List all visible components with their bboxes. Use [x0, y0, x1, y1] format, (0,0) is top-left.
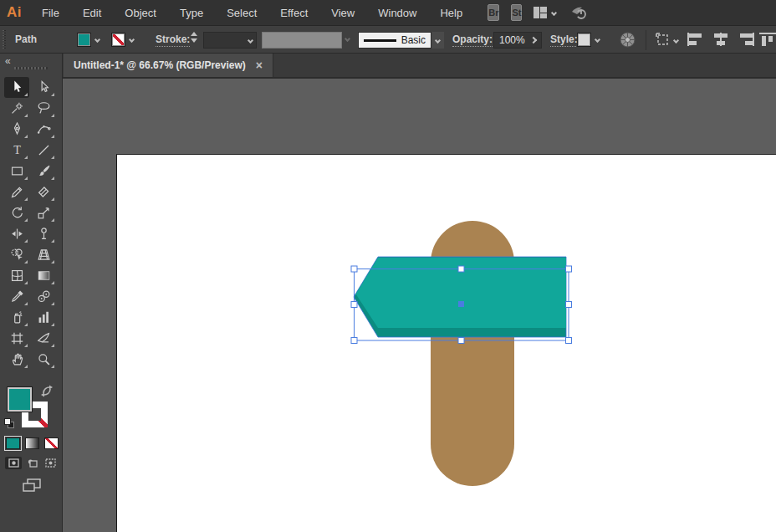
document-tab[interactable]: Untitled-1* @ 66.67% (RGB/Preview) ×: [64, 54, 273, 77]
tool-scale[interactable]: [31, 202, 56, 223]
tool-lasso[interactable]: [31, 98, 56, 119]
draw-inside-icon: [45, 458, 56, 468]
tools-grid: T: [4, 77, 58, 370]
flyout-indicator: [51, 281, 54, 284]
stock-button[interactable]: St: [511, 4, 522, 21]
tool-eraser[interactable]: [31, 182, 56, 202]
tool-paintbrush[interactable]: [31, 161, 56, 182]
tool-curvature[interactable]: [31, 119, 56, 140]
tool-type[interactable]: T: [4, 140, 29, 161]
tool-pen[interactable]: [4, 119, 29, 140]
menu-file[interactable]: File: [30, 0, 71, 25]
artboard[interactable]: [116, 154, 776, 532]
svg-text:T: T: [13, 143, 21, 156]
tool-column-graph[interactable]: [31, 307, 56, 328]
swap-fill-stroke-button[interactable]: [40, 385, 54, 401]
close-tab-icon[interactable]: ×: [256, 59, 263, 71]
curvature-icon: [36, 121, 52, 137]
selection-type-label: Path: [15, 33, 37, 45]
panel-grip[interactable]: [3, 30, 7, 49]
default-fill-stroke-button[interactable]: [4, 418, 15, 429]
menu-effect[interactable]: Effect: [268, 0, 319, 25]
menu-view[interactable]: View: [319, 0, 366, 25]
tool-zoom[interactable]: [31, 349, 56, 370]
tool-shaper-pencil[interactable]: [4, 182, 29, 202]
tool-artboard-tool[interactable]: [4, 328, 29, 349]
opacity-field[interactable]: 100%: [493, 32, 542, 49]
tool-perspective-grid[interactable]: [31, 244, 56, 265]
brush-dropdown-button[interactable]: [431, 32, 444, 49]
brush-name: Basic: [401, 34, 426, 46]
tool-direct-selection[interactable]: [31, 77, 56, 98]
tool-hand[interactable]: [4, 349, 29, 370]
tool-rectangle[interactable]: [4, 161, 29, 182]
bridge-button[interactable]: Br: [488, 4, 499, 21]
align-right-icon: [738, 33, 754, 46]
align-left-button[interactable]: [687, 33, 704, 46]
stroke-color-dropdown[interactable]: [111, 33, 137, 47]
workspace-switcher[interactable]: [534, 7, 556, 18]
stepper-up-icon[interactable]: [191, 32, 197, 36]
align-right-button[interactable]: [738, 33, 754, 46]
change-screen-mode-button[interactable]: [23, 478, 41, 496]
tool-gradient[interactable]: [31, 265, 56, 286]
flyout-indicator: [24, 365, 28, 368]
symbol-sprayer-icon: [9, 309, 25, 325]
zoom-icon: [36, 351, 52, 367]
align-horizontal-center-button[interactable]: [712, 33, 729, 46]
draw-normal-button[interactable]: [5, 457, 22, 469]
tool-eyedropper[interactable]: [4, 286, 29, 307]
tool-puppet-warp[interactable]: [31, 223, 56, 244]
opacity-label[interactable]: Opacity:: [452, 33, 493, 47]
menu-window[interactable]: Window: [366, 0, 428, 25]
flyout-indicator: [51, 114, 54, 117]
stepper-down-icon[interactable]: [191, 38, 197, 43]
paint-gradient-button[interactable]: [25, 437, 39, 449]
paint-color-button[interactable]: [6, 437, 20, 449]
draw-modes-row: [5, 457, 59, 469]
tool-selection[interactable]: [4, 77, 29, 98]
pasteboard[interactable]: [63, 79, 776, 532]
tool-line-segment[interactable]: [31, 140, 56, 161]
tool-symbol-sprayer[interactable]: [4, 307, 29, 328]
vertical-align-top-button[interactable]: [759, 33, 776, 46]
stroke-profile-dropdown: [262, 32, 342, 49]
panel-drag-grip[interactable]: [14, 67, 48, 69]
eraser-icon: [36, 184, 52, 200]
align-center-icon: [712, 33, 729, 46]
stroke-label[interactable]: Stroke:: [156, 33, 190, 47]
collapse-panel-button[interactable]: «: [5, 55, 11, 67]
draw-behind-button[interactable]: [23, 457, 40, 469]
tool-shape-builder[interactable]: [4, 244, 29, 265]
stroke-weight-stepper[interactable]: [191, 32, 201, 43]
style-label[interactable]: Style:: [550, 33, 578, 47]
tool-slice[interactable]: [31, 328, 56, 349]
brush-definition-dropdown[interactable]: Basic: [358, 32, 431, 49]
style-dropdown[interactable]: [577, 33, 603, 47]
menu-select[interactable]: Select: [215, 0, 268, 25]
flyout-indicator: [24, 176, 28, 180]
menu-edit[interactable]: Edit: [71, 0, 113, 25]
menu-help[interactable]: Help: [428, 0, 474, 25]
gpu-power-button[interactable]: [569, 4, 588, 21]
recolor-artwork-button[interactable]: [619, 31, 636, 49]
flyout-indicator: [24, 281, 28, 284]
flyout-indicator: [24, 135, 28, 138]
power-icon: [569, 4, 588, 21]
tool-rotate[interactable]: [4, 202, 29, 223]
fill-color-indicator[interactable]: [7, 386, 33, 412]
menu-object[interactable]: Object: [113, 0, 168, 25]
tool-width[interactable]: [4, 223, 29, 244]
tool-mesh[interactable]: [4, 265, 29, 286]
stroke-weight-dropdown[interactable]: [203, 32, 257, 49]
menu-type[interactable]: Type: [168, 0, 215, 25]
artboard-tool-icon: [9, 330, 25, 346]
tools-panel: « T: [0, 54, 63, 532]
draw-behind-icon: [27, 458, 38, 468]
draw-inside-button[interactable]: [42, 457, 59, 469]
paint-none-button[interactable]: [44, 437, 59, 449]
transform-menu-button[interactable]: [654, 31, 678, 49]
tool-blend[interactable]: [31, 286, 56, 307]
tool-magic-wand[interactable]: [4, 98, 29, 119]
fill-color-dropdown[interactable]: [77, 33, 103, 47]
